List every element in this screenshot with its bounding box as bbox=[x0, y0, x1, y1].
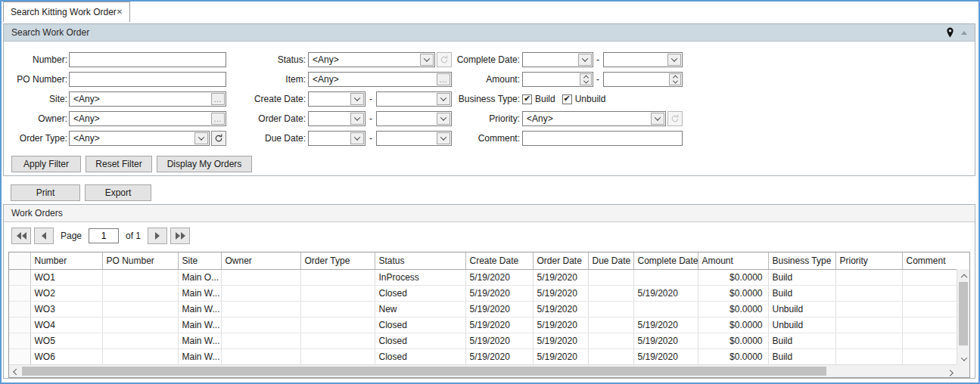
create-date-label: Create Date: bbox=[240, 91, 306, 107]
first-page-button[interactable] bbox=[11, 228, 31, 244]
close-icon[interactable]: ✕ bbox=[117, 8, 123, 16]
column-header[interactable]: Business Type bbox=[768, 252, 835, 269]
item-browse-button[interactable]: … bbox=[437, 73, 450, 85]
row-selector[interactable] bbox=[9, 269, 30, 285]
page-number-input[interactable] bbox=[89, 228, 119, 243]
status-dropdown-button[interactable] bbox=[420, 54, 434, 66]
column-header[interactable]: Order Date bbox=[533, 252, 588, 269]
horizontal-scrollbar-thumb[interactable] bbox=[22, 367, 826, 376]
comment-input[interactable] bbox=[522, 131, 683, 146]
table-cell bbox=[102, 333, 178, 348]
order-type-combo[interactable]: <Any> bbox=[69, 131, 210, 146]
table-cell: WO2 bbox=[30, 285, 102, 301]
table-row[interactable]: WO4Main W...Closed5/19/20205/19/20205/19… bbox=[9, 317, 957, 333]
checkbox-unbuild[interactable]: ✔ bbox=[562, 94, 572, 104]
column-header[interactable]: Owner bbox=[221, 252, 300, 269]
vertical-scrollbar-thumb[interactable] bbox=[959, 282, 968, 345]
table-cell bbox=[221, 333, 300, 348]
last-page-button[interactable] bbox=[170, 228, 190, 244]
column-header[interactable]: Complete Date bbox=[633, 252, 698, 269]
column-header[interactable]: Site bbox=[178, 252, 221, 269]
site-picker[interactable]: <Any> … bbox=[69, 91, 226, 107]
owner-picker[interactable]: <Any> … bbox=[69, 111, 226, 126]
ellipsis-icon: … bbox=[213, 116, 222, 122]
create-date-to[interactable] bbox=[376, 91, 452, 107]
order-type-dropdown-button[interactable] bbox=[194, 132, 208, 144]
row-selector[interactable] bbox=[9, 348, 30, 364]
item-picker[interactable]: <Any> … bbox=[308, 72, 452, 87]
collapse-icon[interactable] bbox=[961, 31, 967, 35]
priority-combo[interactable]: <Any> bbox=[522, 111, 666, 126]
row-selector[interactable] bbox=[9, 301, 30, 317]
site-browse-button[interactable]: … bbox=[211, 93, 225, 105]
complete-date-from-dropdown-button[interactable] bbox=[578, 54, 592, 66]
complete-date-to[interactable] bbox=[603, 52, 683, 67]
amount-to-spinner[interactable] bbox=[603, 72, 683, 87]
po-number-input[interactable] bbox=[69, 72, 226, 87]
due-date-to-dropdown-button[interactable] bbox=[437, 132, 450, 144]
column-header[interactable]: Number bbox=[30, 252, 102, 269]
due-date-from[interactable] bbox=[308, 131, 366, 146]
order-date-from-dropdown-button[interactable] bbox=[350, 113, 364, 125]
column-header[interactable]: PO Number bbox=[102, 252, 178, 269]
table-row[interactable]: WO5Main W...Closed5/19/20205/19/20205/19… bbox=[9, 333, 957, 348]
table-cell: $0.0000 bbox=[698, 301, 768, 317]
order-type-refresh-button[interactable] bbox=[211, 131, 226, 146]
column-header[interactable]: Due Date bbox=[588, 252, 633, 269]
amount-from-spinner[interactable] bbox=[522, 72, 593, 87]
table-cell bbox=[902, 269, 957, 285]
create-date-to-dropdown-button[interactable] bbox=[437, 93, 450, 105]
item-label: Item: bbox=[240, 72, 306, 87]
scrollbar-corner bbox=[957, 364, 969, 377]
order-date-from[interactable] bbox=[308, 111, 366, 126]
row-selector[interactable] bbox=[9, 317, 30, 333]
scroll-up-button[interactable] bbox=[957, 269, 970, 280]
table-row[interactable]: WO2Main W...Closed5/19/20205/19/20205/19… bbox=[9, 285, 957, 301]
due-date-from-dropdown-button[interactable] bbox=[350, 132, 364, 144]
order-date-to[interactable] bbox=[376, 111, 452, 126]
display-my-orders-button[interactable]: Display My Orders bbox=[157, 156, 252, 172]
create-date-from-dropdown-button[interactable] bbox=[350, 93, 364, 105]
vertical-scrollbar[interactable] bbox=[957, 269, 969, 364]
column-header[interactable]: Priority bbox=[835, 252, 902, 269]
column-header[interactable]: Order Type bbox=[300, 252, 375, 269]
table-cell bbox=[300, 348, 375, 364]
last-page-icon bbox=[176, 232, 180, 240]
due-date-to[interactable] bbox=[376, 131, 452, 146]
scroll-left-button[interactable] bbox=[9, 365, 20, 378]
checkbox-build[interactable]: ✔ bbox=[522, 94, 532, 104]
scroll-down-button[interactable] bbox=[957, 353, 970, 364]
column-header[interactable]: Amount bbox=[698, 252, 768, 269]
next-page-button[interactable] bbox=[148, 228, 167, 244]
row-selector[interactable] bbox=[9, 285, 30, 301]
table-row[interactable]: WO1Main O...InProcess5/19/20205/19/2020$… bbox=[9, 269, 957, 285]
create-date-from[interactable] bbox=[308, 91, 366, 107]
apply-filter-button[interactable]: Apply Filter bbox=[11, 156, 81, 172]
row-selector[interactable] bbox=[9, 333, 30, 348]
range-dash: - bbox=[367, 131, 375, 146]
amount-from-spin-buttons[interactable] bbox=[580, 73, 592, 85]
amount-to-spin-buttons[interactable] bbox=[669, 73, 681, 85]
reset-filter-button[interactable]: Reset Filter bbox=[86, 156, 152, 172]
previous-page-button[interactable] bbox=[34, 228, 54, 244]
column-header[interactable]: Create Date bbox=[465, 252, 533, 269]
number-input[interactable] bbox=[69, 52, 226, 67]
horizontal-scrollbar[interactable] bbox=[9, 364, 957, 377]
table-row[interactable]: WO3Main W...New5/19/20205/19/2020$0.0000… bbox=[9, 301, 957, 317]
print-button[interactable]: Print bbox=[11, 184, 80, 201]
column-header[interactable]: Comment bbox=[902, 252, 957, 269]
pin-icon[interactable] bbox=[946, 27, 954, 38]
chevron-down-icon bbox=[960, 355, 966, 361]
priority-dropdown-button[interactable] bbox=[651, 113, 664, 125]
column-header[interactable]: Status bbox=[375, 252, 465, 269]
tab-search-kitting-work-order[interactable]: Search Kitting Work Order ✕ bbox=[3, 2, 130, 22]
scroll-right-button[interactable] bbox=[945, 365, 957, 378]
status-combo[interactable]: <Any> bbox=[308, 52, 435, 67]
search-panel-header[interactable]: Search Work Order bbox=[4, 24, 975, 42]
complete-date-from[interactable] bbox=[522, 52, 593, 67]
complete-date-to-dropdown-button[interactable] bbox=[667, 54, 681, 66]
owner-browse-button[interactable]: … bbox=[211, 113, 225, 125]
order-date-to-dropdown-button[interactable] bbox=[437, 113, 450, 125]
export-button[interactable]: Export bbox=[85, 184, 151, 201]
table-row[interactable]: WO6Main W...Closed5/19/20205/19/20205/19… bbox=[9, 348, 957, 364]
